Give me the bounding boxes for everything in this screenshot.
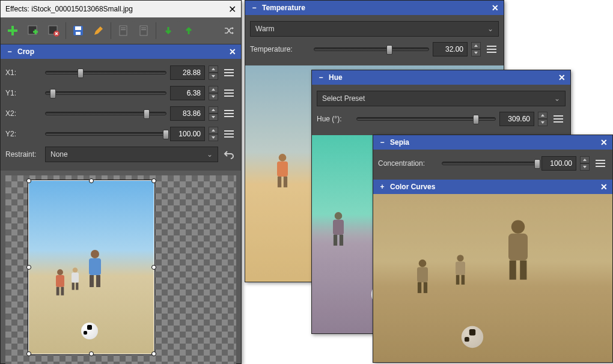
edit-button[interactable] bbox=[89, 21, 108, 40]
crop-controls: X1: 28.88 Y1: 6.38 X2: 83.86 Y2: 100.00 bbox=[1, 59, 241, 171]
hue-header: − Hue ✕ bbox=[312, 70, 570, 85]
y1-menu-button[interactable] bbox=[222, 86, 236, 100]
crop-selection[interactable] bbox=[28, 180, 154, 354]
document2-button[interactable] bbox=[134, 21, 153, 40]
close-icon[interactable]: ✕ bbox=[492, 3, 499, 13]
expand-icon[interactable]: + bbox=[378, 183, 386, 191]
arrow-down-button[interactable] bbox=[159, 21, 178, 40]
y1-label: Y1: bbox=[5, 89, 41, 97]
svg-rect-10 bbox=[141, 28, 146, 28]
crop-title: Crop bbox=[17, 47, 225, 56]
sepia-preview bbox=[373, 194, 612, 362]
temperature-slider[interactable] bbox=[314, 47, 429, 51]
svg-rect-9 bbox=[140, 26, 147, 35]
toolbar bbox=[1, 17, 241, 44]
restraint-value: None bbox=[50, 150, 68, 159]
x1-label: X1: bbox=[5, 68, 41, 77]
concentration-label: Concentration: bbox=[378, 159, 438, 168]
effects-window: Effects: iStock_000015013068Small.jpg ✕ … bbox=[0, 0, 242, 364]
sepia-panel: − Sepia ✕ Concentration: 100.00 + Color … bbox=[373, 135, 613, 363]
close-crop-icon[interactable]: ✕ bbox=[229, 47, 236, 56]
hue-preset-value: Select Preset bbox=[322, 94, 365, 103]
svg-rect-11 bbox=[141, 29, 146, 30]
hue-label: Hue (°): bbox=[317, 115, 353, 123]
chevron-down-icon: ⌄ bbox=[207, 150, 213, 159]
sepia-controls: Concentration: 100.00 bbox=[373, 150, 612, 180]
restraint-label: Restraint: bbox=[5, 150, 41, 159]
y2-menu-button[interactable] bbox=[222, 127, 236, 141]
svg-rect-8 bbox=[121, 29, 126, 30]
hue-preset-select[interactable]: Select Preset ⌄ bbox=[317, 91, 566, 106]
x2-value[interactable]: 83.86 bbox=[170, 106, 205, 121]
chevron-down-icon: ⌄ bbox=[487, 25, 493, 33]
add-button[interactable] bbox=[3, 21, 22, 40]
color-curves-header: + Color Curves ✕ bbox=[373, 180, 612, 194]
hue-slider[interactable] bbox=[356, 117, 496, 121]
collapse-icon[interactable]: − bbox=[250, 4, 258, 12]
document-button[interactable] bbox=[114, 21, 133, 40]
svg-rect-5 bbox=[76, 32, 81, 35]
x2-spinner[interactable] bbox=[209, 106, 218, 121]
y1-spinner[interactable] bbox=[209, 86, 218, 100]
close-icon[interactable]: ✕ bbox=[228, 4, 236, 15]
svg-rect-6 bbox=[120, 26, 127, 35]
sepia-title: Sepia bbox=[390, 138, 597, 147]
chevron-down-icon: ⌄ bbox=[554, 94, 560, 103]
temperature-controls: Warm ⌄ Temperature: 32.00 bbox=[245, 15, 504, 65]
color-curves-title: Color Curves bbox=[390, 183, 597, 191]
close-icon[interactable]: ✕ bbox=[600, 138, 608, 147]
x1-slider[interactable] bbox=[45, 71, 166, 74]
sepia-header: − Sepia ✕ bbox=[373, 135, 612, 150]
concentration-value[interactable]: 100.00 bbox=[541, 156, 576, 171]
hue-value[interactable]: 309.60 bbox=[499, 112, 534, 126]
x1-spinner[interactable] bbox=[209, 65, 218, 80]
svg-rect-4 bbox=[75, 26, 81, 30]
collapse-icon[interactable]: − bbox=[378, 138, 386, 147]
svg-rect-7 bbox=[121, 28, 126, 28]
y2-slider[interactable] bbox=[45, 132, 166, 136]
hue-spinner[interactable] bbox=[538, 112, 547, 126]
x1-value[interactable]: 28.88 bbox=[170, 65, 205, 80]
hue-controls: Select Preset ⌄ Hue (°): 309.60 bbox=[312, 85, 570, 135]
crop-header: − Crop ✕ bbox=[1, 44, 241, 59]
delete-layer-button[interactable] bbox=[44, 21, 63, 40]
concentration-slider[interactable] bbox=[442, 162, 538, 165]
concentration-menu-button[interactable] bbox=[593, 156, 608, 171]
save-button[interactable] bbox=[69, 21, 88, 40]
y2-value[interactable]: 100.00 bbox=[170, 127, 205, 141]
temperature-preset-value: Warm bbox=[255, 25, 275, 33]
temperature-spinner[interactable] bbox=[471, 42, 481, 56]
close-icon[interactable]: ✕ bbox=[558, 73, 566, 82]
x2-menu-button[interactable] bbox=[222, 106, 236, 121]
arrow-up-button[interactable] bbox=[179, 21, 198, 40]
y2-label: Y2: bbox=[5, 130, 41, 138]
image-preview bbox=[29, 181, 154, 354]
temperature-header: − Temperature ✕ bbox=[245, 1, 504, 15]
temperature-title: Temperature bbox=[262, 4, 488, 12]
add-layer-button[interactable] bbox=[23, 21, 43, 40]
hue-menu-button[interactable] bbox=[551, 112, 566, 126]
collapse-icon[interactable]: − bbox=[5, 47, 14, 56]
shuffle-button[interactable] bbox=[219, 21, 239, 40]
window-title: Effects: iStock_000015013068Small.jpg bbox=[5, 5, 133, 13]
x1-menu-button[interactable] bbox=[222, 65, 236, 80]
y1-value[interactable]: 6.38 bbox=[170, 86, 205, 100]
close-icon[interactable]: ✕ bbox=[600, 182, 608, 192]
temperature-menu-button[interactable] bbox=[484, 42, 499, 56]
temperature-value[interactable]: 32.00 bbox=[433, 42, 468, 56]
hue-title: Hue bbox=[329, 73, 555, 82]
y2-spinner[interactable] bbox=[209, 127, 218, 141]
window-titlebar: Effects: iStock_000015013068Small.jpg ✕ bbox=[1, 1, 241, 17]
temperature-preset-select[interactable]: Warm ⌄ bbox=[250, 21, 499, 37]
temperature-label: Temperature: bbox=[250, 45, 310, 53]
x2-label: X2: bbox=[5, 109, 41, 118]
canvas-area[interactable] bbox=[5, 175, 236, 364]
y1-slider[interactable] bbox=[45, 91, 166, 95]
collapse-icon[interactable]: − bbox=[317, 73, 325, 82]
x2-slider[interactable] bbox=[45, 112, 166, 115]
restraint-select[interactable]: None ⌄ bbox=[45, 147, 218, 162]
undo-button[interactable] bbox=[222, 147, 236, 162]
concentration-spinner[interactable] bbox=[580, 156, 590, 171]
